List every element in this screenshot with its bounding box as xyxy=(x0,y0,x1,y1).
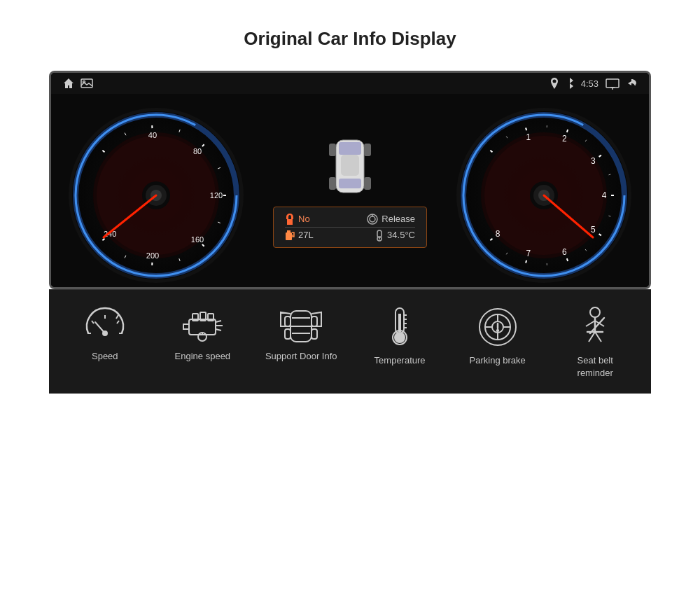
svg-line-74 xyxy=(567,258,568,261)
seatbelt-label: No xyxy=(285,214,310,225)
home-icon xyxy=(62,77,75,90)
svg-point-93 xyxy=(103,331,107,335)
svg-line-59 xyxy=(526,127,526,130)
svg-text:3: 3 xyxy=(591,156,596,166)
svg-rect-36 xyxy=(339,142,361,155)
seatbelt-label: Seat belt reminder xyxy=(578,354,613,380)
svg-point-125 xyxy=(590,307,600,317)
tachometer: 12345678 xyxy=(453,104,635,272)
svg-rect-104 xyxy=(285,317,290,326)
seatbelt-info-icon xyxy=(285,214,295,225)
svg-rect-39 xyxy=(364,144,371,156)
svg-line-90 xyxy=(116,315,118,319)
svg-text:160: 160 xyxy=(191,235,204,244)
svg-text:1: 1 xyxy=(526,132,531,142)
parking-brake-label: Parking brake xyxy=(470,354,526,367)
feature-speed: Speed xyxy=(70,307,140,363)
status-right: 4:53 xyxy=(550,77,638,90)
svg-line-130 xyxy=(595,332,601,342)
parking-brake-icon xyxy=(477,307,518,347)
thermometer-icon xyxy=(387,307,412,347)
seatbelt-no-label: No xyxy=(298,214,310,224)
svg-rect-105 xyxy=(312,317,317,326)
speed-icon xyxy=(85,307,125,343)
svg-point-44 xyxy=(370,216,375,222)
svg-rect-107 xyxy=(312,329,317,339)
svg-text:2: 2 xyxy=(562,134,567,144)
location-icon xyxy=(550,78,559,89)
fuel-info-icon xyxy=(285,230,295,241)
temp-info-icon xyxy=(375,230,384,241)
svg-line-77 xyxy=(526,260,526,263)
svg-text:120: 120 xyxy=(210,191,223,200)
feature-parking-brake: Parking brake xyxy=(463,307,533,367)
seatbelt-icon xyxy=(579,307,611,347)
door-icon xyxy=(278,307,324,343)
temperature-label: Temperature xyxy=(374,354,426,367)
engine-icon xyxy=(181,307,224,343)
handbrake-info-icon xyxy=(367,214,378,225)
svg-text:5: 5 xyxy=(591,225,596,235)
svg-text:4: 4 xyxy=(602,190,607,200)
svg-rect-47 xyxy=(287,230,290,233)
info-box: No Release xyxy=(273,207,427,248)
feature-bar: Speed Engine speed xyxy=(49,289,651,394)
svg-line-62 xyxy=(567,130,568,132)
page-title: Original Car Info Display xyxy=(244,28,456,50)
svg-rect-41 xyxy=(364,177,371,190)
temp-label: 34.5°C xyxy=(375,230,415,241)
feature-door-info: Support Door Info xyxy=(265,307,337,363)
temp-value: 34.5°C xyxy=(387,230,415,240)
svg-text:200: 200 xyxy=(146,251,159,260)
back-icon xyxy=(626,78,638,89)
svg-rect-106 xyxy=(285,329,290,339)
svg-text:6: 6 xyxy=(562,247,567,257)
svg-rect-42 xyxy=(341,155,359,176)
bluetooth-icon xyxy=(566,77,574,90)
status-bar: 4:53 xyxy=(51,73,649,94)
svg-line-88 xyxy=(92,321,94,324)
fuel-label: 27L xyxy=(285,230,314,241)
svg-text:40: 40 xyxy=(148,131,157,139)
svg-rect-37 xyxy=(339,179,361,188)
fuel-value: 27L xyxy=(298,230,314,240)
svg-point-111 xyxy=(395,333,405,342)
speedometer: 4080120160200240 xyxy=(65,104,247,272)
svg-rect-46 xyxy=(286,232,292,240)
speed-label: Speed xyxy=(92,350,118,363)
car-top-view xyxy=(326,130,374,207)
center-panel: No Release xyxy=(247,130,453,248)
svg-rect-3 xyxy=(606,79,619,88)
svg-rect-40 xyxy=(329,177,336,190)
clock-display: 4:53 xyxy=(581,78,598,89)
feature-temperature: Temperature xyxy=(365,307,435,367)
svg-text:80: 80 xyxy=(193,147,202,155)
svg-line-91 xyxy=(117,321,119,324)
seatbelt-row: No Release xyxy=(285,211,415,228)
svg-text:7: 7 xyxy=(526,249,531,258)
feature-seatbelt: Seat belt reminder xyxy=(560,307,630,380)
gauges-area: 4080120160200240 xyxy=(51,94,649,276)
screen-icon xyxy=(606,78,620,88)
image-icon xyxy=(80,78,93,88)
door-info-label: Support Door Info xyxy=(265,350,337,363)
svg-line-127 xyxy=(586,321,595,326)
engine-speed-label: Engine speed xyxy=(175,350,231,363)
dashboard-container: 4:53 xyxy=(49,71,651,289)
status-left xyxy=(62,77,93,90)
screen: 4:53 xyxy=(51,73,649,287)
svg-text:8: 8 xyxy=(496,229,500,239)
fuel-temp-row: 27L 34.5°C xyxy=(285,228,415,243)
handbrake-label: Release xyxy=(367,214,415,225)
svg-rect-38 xyxy=(329,144,336,156)
svg-marker-0 xyxy=(64,78,74,88)
handbrake-value: Release xyxy=(382,214,415,224)
svg-point-120 xyxy=(496,330,498,331)
feature-engine-speed: Engine speed xyxy=(167,307,237,363)
